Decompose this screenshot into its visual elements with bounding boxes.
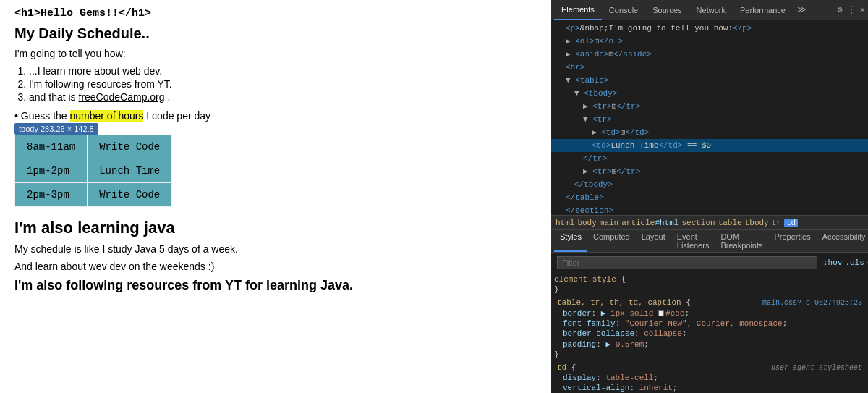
schedule-list: ...I learn more about web dev. I'm follo…	[29, 65, 537, 103]
dom-line[interactable]: ▶ <aside>⊞</aside>	[551, 48, 868, 61]
java-title: I'm also learning java	[14, 219, 537, 237]
styles-tab-dom[interactable]: DOM Breakpoints	[715, 230, 768, 252]
dom-line[interactable]: ▶ <tr>⊞</tr>	[551, 100, 868, 113]
guess-after: I code per day	[143, 110, 210, 122]
styles-tabs: Styles Computed Layout Event Listeners D…	[551, 230, 868, 253]
css-selector-table: table, tr, th, td, caption {	[554, 297, 694, 308]
breadcrumb-article[interactable]: article#html	[621, 219, 678, 227]
css-prop: font-family: "Courier New", Courier, mon…	[551, 318, 868, 329]
schedule-table: 8am-11am Write Code 1pm-2pm Lunch Time 2…	[14, 135, 172, 207]
tooltip-tag: tbody	[19, 124, 38, 133]
dom-line[interactable]: ▶ <td>⊞</td>	[551, 126, 868, 139]
settings-icon[interactable]: ⚙	[838, 4, 843, 15]
java-para-1: My schedule is like I study Java 5 days …	[14, 243, 537, 255]
filter-icons: :hov .cls + ⧉ ≡	[823, 258, 868, 267]
css-block-td: td { user agent stylesheet display: tabl…	[551, 363, 868, 393]
styles-content: element.style { } table, tr, th, td, cap…	[551, 273, 868, 393]
list-item: I'm following resources from YT.	[29, 78, 537, 90]
css-block-header: table, tr, th, td, caption { main.css?_c…	[551, 297, 868, 308]
cls-button[interactable]: .cls	[845, 258, 864, 267]
devtools-topbar: Elements Console Sources Network Perform…	[551, 0, 868, 20]
breadcrumb-section[interactable]: section	[681, 219, 715, 227]
css-close-brace: }	[551, 284, 868, 295]
styles-tab-layout[interactable]: Layout	[636, 230, 671, 252]
dom-line[interactable]: ▼ <tr>	[551, 113, 868, 126]
code-title: <h1>Hello Gems!!</h1>	[14, 7, 537, 20]
user-agent-label-td: user agent stylesheet	[771, 364, 865, 372]
dom-line: </tr>	[551, 152, 868, 165]
filter-row: :hov .cls + ⧉ ≡	[551, 253, 868, 273]
hov-button[interactable]: :hov	[823, 258, 842, 267]
guess-line: • Guess the number of hours I code per d…	[14, 110, 537, 122]
table-cell-activity: Lunch Time	[88, 159, 172, 183]
table-row: 2pm-3pm Write Code	[15, 183, 172, 207]
list-item: and that is freeCodeCamp.org . and that …	[29, 91, 537, 103]
tab-console[interactable]: Console	[602, 0, 645, 20]
dom-line[interactable]: ▼ <table>	[551, 74, 868, 87]
dom-panel: <p>&nbsp;I'm going to tell you how:</p> …	[551, 20, 868, 216]
guess-before: • Guess the	[14, 110, 70, 122]
dom-line: <br>	[551, 61, 868, 74]
dom-tooltip: tbody 283.26 × 142.8	[14, 123, 98, 135]
dom-line[interactable]: ▼ <tbody>	[551, 87, 868, 100]
tab-performance[interactable]: Performance	[733, 0, 793, 20]
dom-line: <p>&nbsp;I'm going to tell you how:</p>	[551, 22, 868, 35]
styles-tab-accessibility[interactable]: Accessibility	[817, 230, 868, 252]
tab-sources[interactable]: Sources	[645, 0, 689, 20]
styles-panel: Styles Computed Layout Event Listeners D…	[551, 230, 868, 393]
css-prop: vertical-align: inherit;	[551, 383, 868, 393]
css-prop: display: table-cell;	[551, 373, 868, 383]
tooltip-dims: 283.26 × 142.8	[41, 124, 94, 133]
css-selector: element.style {	[551, 274, 868, 284]
webpage-panel: <h1>Hello Gems!!</h1> My Daily Schedule.…	[0, 0, 551, 393]
dock-icon[interactable]: ⋮	[847, 4, 856, 15]
styles-filter-input[interactable]	[557, 256, 817, 269]
table-cell-time: 1pm-2pm	[15, 159, 88, 183]
devtools-panel: Elements Console Sources Network Perform…	[551, 0, 868, 393]
breadcrumb-html[interactable]: html	[556, 219, 574, 227]
dom-line: </table>	[551, 191, 868, 204]
tab-elements[interactable]: Elements	[554, 0, 602, 20]
dom-line: </tbody>	[551, 178, 868, 191]
color-swatch-eee	[658, 310, 664, 316]
guess-highlight: number of hours	[70, 110, 144, 122]
tab-network[interactable]: Network	[689, 0, 733, 20]
table-cell-time: 8am-11am	[15, 135, 88, 159]
table-row: 8am-11am Write Code	[15, 135, 172, 159]
table-cell-activity: Write Code	[88, 135, 172, 159]
css-source[interactable]: main.css?_c_06274925:23	[762, 299, 865, 307]
styles-tab-computed[interactable]: Computed	[587, 230, 636, 252]
daily-schedule-title: My Daily Schedule..	[14, 25, 537, 42]
breadcrumb-tbody[interactable]: tbody	[745, 219, 769, 227]
list-item: ...I learn more about web dev.	[29, 65, 537, 77]
more-tabs-icon[interactable]: ≫	[793, 1, 811, 18]
css-block-table: table, tr, th, td, caption { main.css?_c…	[551, 297, 868, 360]
css-block-element-style: element.style { }	[551, 274, 868, 295]
breadcrumb-table[interactable]: table	[718, 219, 742, 227]
resources-title: I'm also following resources from YT for…	[14, 278, 537, 293]
css-prop: border: ▶ 1px solid #eee;	[551, 308, 868, 318]
dom-line-selected[interactable]: <td>Lunch Time</td> == $0	[551, 139, 868, 152]
css-selector-td: td {	[554, 363, 579, 373]
table-cell-activity: Write Code	[88, 183, 172, 207]
breadcrumb-tr[interactable]: tr	[772, 219, 781, 227]
dom-line: </section>	[551, 204, 868, 216]
css-prop: border-collapse: collapse;	[551, 329, 868, 339]
css-block-header-td: td { user agent stylesheet	[551, 363, 868, 373]
intro-text: I'm going to tell you how:	[14, 48, 537, 59]
breadcrumb-main[interactable]: main	[600, 219, 618, 227]
css-close-brace: }	[551, 350, 868, 360]
table-row: 1pm-2pm Lunch Time	[15, 159, 172, 183]
styles-tab-event[interactable]: Event Listeners	[671, 230, 715, 252]
styles-tab-properties[interactable]: Properties	[769, 230, 817, 252]
devtools-tabs: Elements Console Sources Network Perform…	[554, 0, 838, 20]
dom-line[interactable]: ▶ <ol>⊞</ol>	[551, 35, 868, 48]
more-icon[interactable]: ✕	[860, 4, 865, 15]
breadcrumb-td[interactable]: td	[784, 219, 798, 227]
freecodecamp-link[interactable]: freeCodeCamp.org	[79, 91, 165, 103]
styles-tab-styles[interactable]: Styles	[554, 230, 587, 252]
dom-line[interactable]: ▶ <tr>⊞</tr>	[551, 165, 868, 178]
devtools-right-icons: ⚙ ⋮ ✕	[838, 4, 865, 15]
breadcrumb-body[interactable]: body	[577, 219, 596, 227]
schedule-tbody: 8am-11am Write Code 1pm-2pm Lunch Time 2…	[15, 135, 172, 207]
